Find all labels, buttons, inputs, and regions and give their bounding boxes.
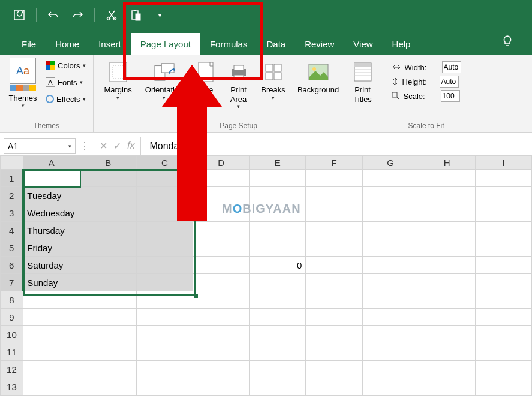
quick-access-toolbar: ▾ <box>0 0 532 30</box>
tab-view[interactable]: View <box>344 33 382 55</box>
scale-input[interactable] <box>441 90 460 102</box>
select-all-corner[interactable] <box>1 156 23 170</box>
svg-rect-13 <box>234 65 244 70</box>
scale-icon <box>392 92 400 100</box>
svg-rect-10 <box>161 64 174 73</box>
tab-formulas[interactable]: Formulas <box>200 33 257 55</box>
col-header-C[interactable]: C <box>136 156 193 170</box>
svg-rect-16 <box>274 64 281 71</box>
svg-rect-18 <box>274 73 281 80</box>
height-input[interactable] <box>440 76 459 88</box>
group-themes: Aa Themes ▾ Colors ▾ AFonts ▾ Effects ▾ … <box>0 55 94 132</box>
svg-rect-15 <box>266 64 273 71</box>
name-box[interactable]: A1▾ <box>4 138 76 154</box>
cell-A1[interactable]: Monday <box>23 170 80 187</box>
paste-icon[interactable] <box>128 8 143 22</box>
cell-E6[interactable]: 0 <box>250 257 306 274</box>
fx-icon[interactable]: fx <box>127 140 134 152</box>
group-label-scale: Scale to Fit <box>389 119 464 130</box>
svg-rect-11 <box>199 62 213 82</box>
tab-home[interactable]: Home <box>46 33 89 55</box>
svg-rect-26 <box>392 92 397 97</box>
row-header[interactable]: 2 <box>1 187 23 204</box>
customize-qat-icon[interactable]: ▾ <box>152 8 167 22</box>
fx-separator: ⋮ <box>76 140 94 152</box>
height-icon <box>392 77 399 86</box>
svg-rect-22 <box>354 63 371 67</box>
effects-button[interactable]: Effects ▾ <box>43 91 88 107</box>
colors-button[interactable]: Colors ▾ <box>43 58 88 73</box>
cell-D1[interactable] <box>193 170 250 187</box>
group-label-pagesetup: Page Setup <box>98 119 379 130</box>
size-button[interactable]: Size▾ <box>191 58 221 101</box>
orientation-button[interactable]: Orientation▾ <box>140 58 188 101</box>
row-header[interactable]: 8 <box>1 291 23 309</box>
col-header-F[interactable]: F <box>306 156 362 170</box>
row-header[interactable]: 3 <box>1 204 23 222</box>
svg-rect-5 <box>136 14 140 20</box>
row-header[interactable]: 6 <box>1 257 23 274</box>
row-header[interactable]: 1 <box>1 170 23 187</box>
width-label: Width: <box>405 63 438 72</box>
breaks-button[interactable]: Breaks▾ <box>257 58 290 101</box>
svg-rect-4 <box>134 10 136 11</box>
redo-icon[interactable] <box>70 8 85 22</box>
tab-file[interactable]: File <box>12 33 46 55</box>
cancel-icon[interactable]: ✕ <box>100 140 107 152</box>
cell-C1[interactable] <box>136 170 193 187</box>
cell-E1[interactable] <box>250 170 306 187</box>
cell-A5[interactable]: Friday <box>23 239 80 257</box>
width-input[interactable] <box>442 61 461 73</box>
background-button[interactable]: Background <box>293 58 344 95</box>
tab-help[interactable]: Help <box>383 33 420 55</box>
save-icon[interactable] <box>12 8 26 22</box>
row-header[interactable]: 11 <box>1 343 23 361</box>
svg-point-20 <box>312 67 316 71</box>
svg-rect-14 <box>234 75 244 80</box>
tab-review[interactable]: Review <box>295 33 344 55</box>
row-header[interactable]: 7 <box>1 274 23 291</box>
cell-B1[interactable] <box>80 170 136 187</box>
group-page-setup: Margins▾ Orientation▾ Size▾ Print Area▾ … <box>94 55 384 132</box>
print-titles-button[interactable]: Print Titles <box>347 58 379 104</box>
themes-button[interactable]: Aa Themes ▾ <box>5 58 41 108</box>
formula-input[interactable]: Monday <box>140 137 532 155</box>
fonts-button[interactable]: AFonts ▾ <box>43 74 88 90</box>
scale-label: Scale: <box>404 92 437 101</box>
cell-A3[interactable]: Wednesday <box>23 204 80 222</box>
group-scale-to-fit: Width: Height: Scale: Scale to Fit <box>384 55 468 132</box>
cell-A7[interactable]: Sunday <box>23 274 80 291</box>
cut-icon[interactable] <box>104 8 119 22</box>
ribbon-tabs: File Home Insert Page Layout Formulas Da… <box>0 30 532 55</box>
col-header-I[interactable]: I <box>475 156 531 170</box>
margins-button[interactable]: Margins▾ <box>98 58 138 101</box>
svg-rect-17 <box>266 73 273 80</box>
spreadsheet-grid[interactable]: A B C D E F G H I 1Monday 2Tuesday 3Wedn… <box>0 156 532 396</box>
group-label-themes: Themes <box>5 119 88 130</box>
enter-icon[interactable]: ✓ <box>113 140 121 152</box>
col-header-H[interactable]: H <box>419 156 475 170</box>
col-header-B[interactable]: B <box>80 156 136 170</box>
cell-A4[interactable]: Thursday <box>23 222 80 239</box>
col-header-E[interactable]: E <box>250 156 306 170</box>
row-header[interactable]: 9 <box>1 309 23 326</box>
undo-icon[interactable] <box>46 8 61 22</box>
tab-page-layout[interactable]: Page Layout <box>131 33 200 55</box>
col-header-G[interactable]: G <box>362 156 419 170</box>
row-header[interactable]: 5 <box>1 239 23 257</box>
formula-bar: A1▾ ⋮ ✕ ✓ fx Monday <box>0 137 532 156</box>
col-header-D[interactable]: D <box>193 156 250 170</box>
tab-insert[interactable]: Insert <box>89 33 131 55</box>
row-header[interactable]: 12 <box>1 361 23 378</box>
row-header[interactable]: 4 <box>1 222 23 239</box>
cell-A2[interactable]: Tuesday <box>23 187 80 204</box>
col-header-A[interactable]: A <box>23 156 80 170</box>
width-icon <box>392 64 401 71</box>
print-area-button[interactable]: Print Area▾ <box>223 58 254 110</box>
row-header[interactable]: 13 <box>1 378 23 396</box>
cell-A6[interactable]: Saturday <box>23 257 80 274</box>
row-header[interactable]: 10 <box>1 326 23 343</box>
tell-me-icon[interactable] <box>495 30 520 55</box>
height-label: Height: <box>402 77 436 86</box>
tab-data[interactable]: Data <box>257 33 295 55</box>
